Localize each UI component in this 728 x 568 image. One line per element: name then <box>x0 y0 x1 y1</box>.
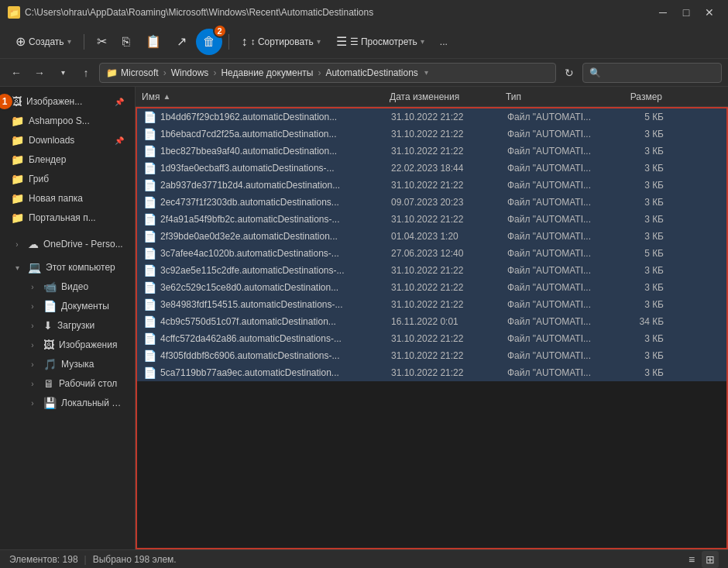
sidebar-item-ashampoo[interactable]: 📁 Ashampoo S... <box>3 112 132 130</box>
file-list[interactable]: 📄1b4dd67f29cb1962.automaticDestination..… <box>136 107 728 549</box>
nav-dropdown-button[interactable]: ▾ <box>53 63 73 83</box>
breadcrumb-recent[interactable]: Недавние документы <box>221 67 313 78</box>
table-row[interactable]: 📄2ec4737f1f2303db.automaticDestinations.… <box>137 194 726 211</box>
file-type-cell: Файл "AUTOMATI... <box>507 248 608 259</box>
sidebar-item-downloads[interactable]: 📁 Downloads 📌 <box>3 131 132 150</box>
table-row[interactable]: 📄2f39bde0ae0d3e2e.automaticDestination..… <box>137 228 726 245</box>
table-row[interactable]: 📄3c7afee4ac1020b.automaticDestinations-.… <box>137 245 726 262</box>
annotation-badge-1: 1 <box>0 92 14 111</box>
table-row[interactable]: 📄2ab937de3771b2d4.automaticDestination..… <box>137 177 726 194</box>
search-icon: 🔍 <box>589 67 601 78</box>
file-icon: 📄 <box>143 247 156 260</box>
sidebar-item-onedrive[interactable]: › ☁ OneDrive - Perso... <box>3 235 132 253</box>
address-bar[interactable]: 📁 Microsoft › Windows › Недавние докумен… <box>99 63 556 83</box>
table-row[interactable]: 📄4cb9c5750d51c07f.automaticDestination..… <box>137 313 726 330</box>
file-icon: 📄 <box>143 111 156 123</box>
col-header-date[interactable]: Дата изменения <box>390 91 506 102</box>
file-name-cell: 📄1bec827bbea9af40.automaticDestination..… <box>143 145 391 157</box>
table-row[interactable]: 📄1b6ebacd7cd2f25a.automaticDestination..… <box>137 126 726 143</box>
sidebar-item-images[interactable]: 1 🖼 Изображен... 📌 <box>3 92 132 111</box>
music-expand[interactable]: › <box>26 358 39 370</box>
table-row[interactable]: 📄1bec827bbea9af40.automaticDestination..… <box>137 143 726 160</box>
detail-view-button[interactable]: ⊞ <box>702 551 719 568</box>
sidebar-item-newfolder[interactable]: 📁 Новая папка <box>3 189 132 208</box>
onedrive-expand[interactable]: › <box>11 238 23 250</box>
file-name-cell: 📄3c92ae5e115c2dfe.automaticDestinations-… <box>143 264 391 277</box>
refresh-button[interactable]: ↻ <box>559 63 579 83</box>
sidebar-images-container: 1 🖼 Изображен... 📌 <box>0 92 135 111</box>
col-header-size[interactable]: Размер <box>606 91 668 102</box>
sidebar-item-portfolder[interactable]: 📁 Портальная п... <box>3 208 132 227</box>
localdisk-icon: 💾 <box>43 397 57 409</box>
more-button[interactable]: ... <box>434 33 454 51</box>
file-size-cell: 3 КБ <box>608 163 670 174</box>
desktop-expand[interactable]: › <box>26 377 39 390</box>
localdisk-expand[interactable]: › <box>26 397 39 409</box>
minimize-button[interactable]: ─ <box>652 2 674 23</box>
close-button[interactable]: ✕ <box>699 2 720 23</box>
sidebar-item-downloads2[interactable]: › ⬇ Загрузки <box>19 316 132 335</box>
table-row[interactable]: 📄3e62c529c15ce8d0.automaticDestination..… <box>137 279 726 296</box>
maximize-button[interactable]: □ <box>675 2 697 23</box>
sidebar-item-docs[interactable]: › 📄 Документы <box>19 297 132 315</box>
file-size-cell: 3 КБ <box>608 350 670 361</box>
app-icon: 📁 <box>8 6 20 19</box>
col-header-name[interactable]: Имя ▲ <box>142 91 390 102</box>
file-name-cell: 📄3e84983fdf154515.automaticDestinations-… <box>143 298 391 311</box>
list-view-button[interactable]: ≡ <box>683 551 700 568</box>
search-box[interactable]: 🔍 <box>582 63 722 83</box>
create-button[interactable]: ⊕ Создать ▾ <box>9 30 77 53</box>
title-bar: 📁 C:\Users\ohrau\AppData\Roaming\Microso… <box>0 0 728 25</box>
table-row[interactable]: 📄3c92ae5e115c2dfe.automaticDestinations-… <box>137 262 726 279</box>
breadcrumb-windows[interactable]: Windows <box>171 67 209 78</box>
sidebar-label-localdisk: Локальный ди... <box>61 398 124 408</box>
file-size-cell: 3 КБ <box>608 197 670 208</box>
file-name-text: 4cb9c5750d51c07f.automaticDestination... <box>160 316 336 327</box>
delete-icon: 🗑 <box>203 35 215 49</box>
table-row[interactable]: 📄4f305fddbf8c6906.automaticDestinations-… <box>137 347 726 364</box>
onedrive-icon: ☁ <box>28 238 39 250</box>
sidebar-item-localdisk[interactable]: › 💾 Локальный ди... <box>19 394 132 412</box>
file-pane: Имя ▲ Дата изменения Тип Размер 📄1b4dd67… <box>136 87 728 549</box>
sidebar-item-mushroom[interactable]: 📁 Гриб <box>3 170 132 188</box>
downloads-icon: 📁 <box>11 134 24 146</box>
sidebar-item-music[interactable]: › 🎵 Музыка <box>19 355 132 374</box>
file-name-cell: 📄4cffc572da462a86.automaticDestinations-… <box>143 332 391 345</box>
table-row[interactable]: 📄5ca7119bb77aa9ec.automaticDestination..… <box>137 364 726 381</box>
docs-expand[interactable]: › <box>26 300 39 312</box>
delete-badge: 2 <box>213 24 227 38</box>
file-size-cell: 5 КБ <box>608 112 670 122</box>
share-button[interactable]: ↗ <box>170 30 193 53</box>
downloads2-expand[interactable]: › <box>26 319 39 332</box>
delete-button[interactable]: 🗑 2 <box>196 29 222 55</box>
paste-button[interactable]: 📋 <box>139 30 167 53</box>
sidebar-item-video[interactable]: › 📹 Видео <box>19 277 132 296</box>
up-button[interactable]: ↑ <box>76 63 96 83</box>
thispc-expand[interactable]: ▾ <box>11 261 23 274</box>
table-row[interactable]: 📄1d93fae0ecbaff3.automaticDestinations-.… <box>137 160 726 177</box>
sort-button[interactable]: ↕ ↕ Сортировать ▾ <box>235 31 327 53</box>
file-type-cell: Файл "AUTOMATI... <box>507 350 608 361</box>
breadcrumb-autodest[interactable]: AutomaticDestinations <box>325 67 417 78</box>
sort-icon: ↕ <box>242 35 248 49</box>
file-type-cell: Файл "AUTOMATI... <box>507 299 608 310</box>
table-row[interactable]: 📄1b4dd67f29cb1962.automaticDestination..… <box>137 108 726 126</box>
file-name-text: 3e84983fdf154515.automaticDestinations-.… <box>160 299 343 310</box>
forward-button[interactable]: → <box>29 63 50 83</box>
cut-button[interactable]: ✂ <box>91 30 113 53</box>
file-size-cell: 3 КБ <box>608 231 670 242</box>
sidebar-item-images2[interactable]: › 🖼 Изображения <box>19 336 132 354</box>
col-header-type[interactable]: Тип <box>506 91 606 102</box>
view-button[interactable]: ☰ ☰ Просмотреть ▾ <box>330 30 431 53</box>
sidebar-item-thispc[interactable]: ▾ 💻 Этот компьютер <box>3 258 132 277</box>
video-expand[interactable]: › <box>26 281 39 293</box>
sidebar-item-blender[interactable]: 📁 Блендер <box>3 150 132 169</box>
table-row[interactable]: 📄4cffc572da462a86.automaticDestinations-… <box>137 330 726 347</box>
copy-button[interactable]: ⎘ <box>116 31 136 53</box>
table-row[interactable]: 📄3e84983fdf154515.automaticDestinations-… <box>137 296 726 313</box>
sidebar-item-desktop[interactable]: › 🖥 Рабочий стол <box>19 374 132 393</box>
table-row[interactable]: 📄2f4a91a54f9bfb2c.automaticDestinations-… <box>137 211 726 228</box>
images2-expand[interactable]: › <box>26 339 39 351</box>
back-button[interactable]: ← <box>6 63 26 83</box>
breadcrumb-microsoft[interactable]: Microsoft <box>121 67 159 78</box>
